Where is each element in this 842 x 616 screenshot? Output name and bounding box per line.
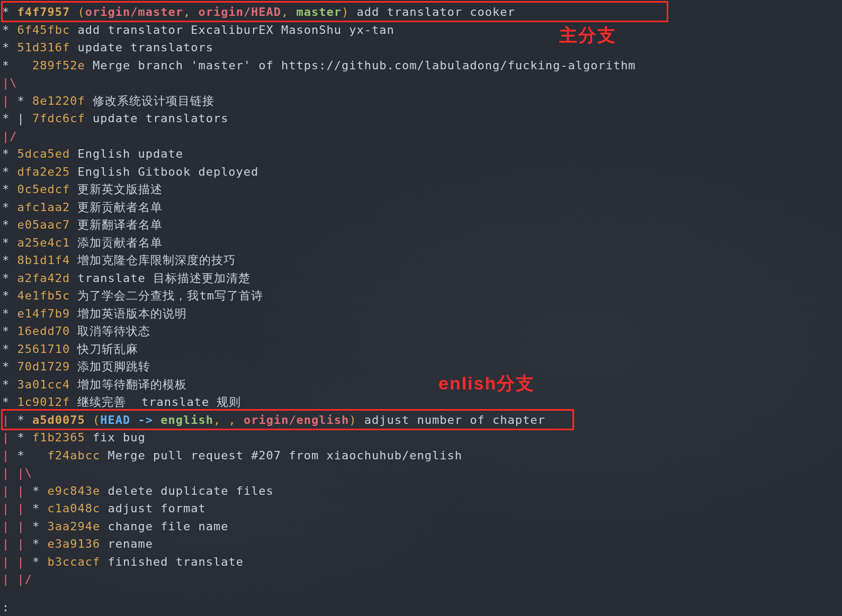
commit-message: English update [77,147,183,160]
commit-hash: 0c5edcf [17,183,70,196]
commit-hash: 70d1729 [17,360,70,373]
git-log-line: * a25e4c1 添加贡献者名单 [2,234,840,252]
commit-message: Merge branch 'master' of https://github.… [93,59,636,72]
commit-hash: e14f7b9 [17,307,70,320]
commit-message: 继续完善 translate 规则 [77,395,241,409]
git-log-line: |/ [2,128,840,146]
git-log-line: | | * e9c843e delete duplicate files [2,482,840,500]
commit-hash: f1b2365 [32,431,85,444]
commit-message: fix bug [93,431,146,444]
git-log-line: * 16edd70 取消等待状态 [2,322,840,340]
git-log-line: | | * c1a048c adjust format [2,500,840,518]
commit-message: 为了学会二分查找，我tm写了首诗 [77,289,263,302]
git-log-line: * 6f45fbc add translator ExcaliburEX Mas… [2,21,840,39]
commit-hash: 289f52e [32,59,85,72]
git-log-line: |\ [2,74,840,92]
git-log-line: | | * b3ccacf finished translate [2,553,840,571]
git-log-line: | * 8e1220f 修改系统设计项目链接 [2,92,840,110]
commit-message: adjust format [108,502,205,515]
commit-message: 更新贡献者名单 [77,201,163,214]
git-log-line: * 0c5edcf 更新英文版描述 [2,180,840,198]
git-log-output: * f4f7957 (origin/master, origin/HEAD, m… [0,0,842,591]
commit-message: 增加等待翻译的模板 [77,378,187,391]
commit-message: rename [108,537,153,550]
commit-hash: 51d316f [17,41,70,54]
git-log-line: * a2fa42d translate 目标描述更加清楚 [2,269,840,287]
commit-message: Merge pull request #207 from xiaochuhub/… [108,449,462,462]
commit-hash: a2fa42d [17,271,70,285]
commit-message: 更新英文版描述 [77,183,163,196]
annotation-main-branch: 主分支 [559,23,616,48]
commit-hash: f24abcc [48,449,101,462]
git-log-line: * 3a01cc4 增加等待翻译的模板 [2,376,840,394]
git-log-line: | * f24abcc Merge pull request #207 from… [2,447,840,465]
git-log-line: * afc1aa2 更新贡献者名单 [2,198,840,216]
commit-message: 更新翻译者名单 [77,218,163,231]
commit-hash: e3a9136 [48,537,101,550]
commit-hash: 16edd70 [17,324,70,338]
git-log-line: * | 7fdc6cf update translators [2,110,840,128]
commit-hash: 1c9012f [17,395,70,409]
git-log-line: | | * 3aa294e change file name [2,518,840,536]
commit-message: 修改系统设计项目链接 [93,94,214,107]
commit-message: English Gitbook deployed [77,165,258,178]
commit-hash: c1a048c [48,502,101,515]
git-log-line: | | * e3a9136 rename [2,535,840,553]
commit-message: 取消等待状态 [77,324,150,338]
git-log-line: | * f1b2365 fix bug [2,429,840,447]
git-log-line: * 289f52e Merge branch 'master' of https… [2,57,840,75]
commit-hash: 6f45fbc [17,23,70,37]
commit-hash: 8b1d1f4 [17,253,70,267]
commit-message: 添加页脚跳转 [77,360,150,373]
highlight-box-master [1,1,668,22]
git-log-line: * 70d1729 添加页脚跳转 [2,358,840,376]
commit-message: 增加英语版本的说明 [77,307,187,320]
git-log-line: * 1c9012f 继续完善 translate 规则 [2,393,840,411]
commit-hash: 4e1fb5c [17,289,70,302]
commit-message: update translators [93,112,228,125]
commit-hash: 2561710 [17,342,70,356]
commit-message: add translator ExcaliburEX MasonShu yx-t… [77,23,394,37]
git-log-line: * e14f7b9 增加英语版本的说明 [2,305,840,323]
commit-hash: 5dca5ed [17,147,70,160]
git-log-line: * 4e1fb5c 为了学会二分查找，我tm写了首诗 [2,287,840,305]
git-log-line: * e05aac7 更新翻译者名单 [2,216,840,234]
commit-message: finished translate [108,555,243,568]
pager-prompt[interactable]: : [2,601,9,614]
commit-hash: 7fdc6cf [32,112,85,125]
commit-message: update translators [77,41,213,54]
commit-hash: a25e4c1 [17,236,70,249]
git-log-line: | |/ [2,570,840,588]
commit-message: 增加克隆仓库限制深度的技巧 [77,253,236,267]
git-log-line: * dfa2e25 English Gitbook deployed [2,163,840,181]
commit-hash: 3a01cc4 [17,378,70,391]
commit-hash: e9c843e [48,484,101,497]
highlight-box-english [1,409,574,430]
commit-hash: afc1aa2 [17,201,70,214]
git-log-line: * 51d316f update translators [2,39,840,57]
commit-message: 快刀斩乱麻 [77,342,138,356]
commit-message: delete duplicate files [108,484,273,497]
commit-hash: 8e1220f [32,94,85,107]
git-log-line: * 2561710 快刀斩乱麻 [2,340,840,358]
git-log-line: * 8b1d1f4 增加克隆仓库限制深度的技巧 [2,251,840,269]
commit-hash: dfa2e25 [17,165,70,178]
commit-message: change file name [108,520,228,533]
commit-hash: 3aa294e [48,520,101,533]
annotation-english-branch: enlish分支 [438,372,535,396]
git-log-line: | |\ [2,464,840,482]
git-log-line: * 5dca5ed English update [2,145,840,163]
commit-message: 添加贡献者名单 [77,236,163,249]
commit-hash: e05aac7 [17,218,70,231]
commit-hash: b3ccacf [48,555,101,568]
commit-message: translate 目标描述更加清楚 [77,271,250,285]
